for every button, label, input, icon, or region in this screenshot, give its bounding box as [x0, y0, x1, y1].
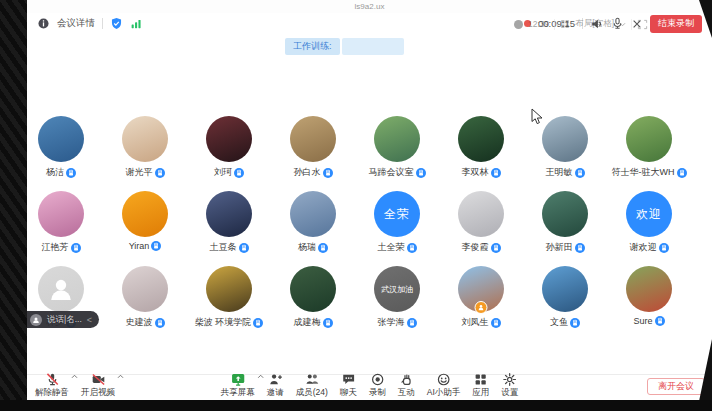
view-controls-bar: 12:39 布局[宫格]: [514, 18, 648, 30]
participant-name: 杨瑞: [298, 241, 316, 254]
participant-tile[interactable]: 王明敏: [523, 116, 607, 179]
toolbar-item-settings[interactable]: 设置: [495, 371, 524, 399]
toolbar-center: 共享屏幕邀请成员(24)聊天录制互动AI小助手应用设置: [215, 371, 525, 399]
participant-name: 孙白水: [294, 166, 321, 179]
unmute-label: 解除静音: [35, 387, 69, 399]
participant-tile[interactable]: 符士华-驻大WH: [607, 116, 691, 179]
participant-tile[interactable]: 杨瑞: [271, 191, 355, 254]
participant-tile[interactable]: 柴波 环境学院: [187, 266, 271, 329]
participant-name: Yiran: [129, 241, 150, 251]
participant-name: 符士华-驻大WH: [612, 166, 675, 179]
raised-hand-badge-icon: [318, 243, 328, 253]
avatar: [458, 191, 504, 237]
participant-tile[interactable]: 李俊霞: [439, 191, 523, 254]
avatar-text: 全荣: [384, 206, 410, 223]
toolbar-item-label: 录制: [369, 387, 386, 399]
toolbar-item-members[interactable]: 成员(24): [290, 371, 334, 399]
participant-name: 史建波: [126, 316, 153, 329]
participant-tile[interactable]: 刘凤生: [439, 266, 523, 329]
banner-tab-left[interactable]: 工作训练:: [285, 38, 340, 55]
raised-hand-badge-icon: [491, 168, 501, 178]
chevron-up-icon[interactable]: [117, 374, 124, 379]
participant-tile[interactable]: 武汉加油张学海: [355, 266, 439, 329]
participant-tile[interactable]: 全荣土全荣: [355, 191, 439, 254]
avatar: [38, 191, 84, 237]
speaking-text: 说话|名...: [47, 314, 82, 326]
layout-selector[interactable]: 布局[宫格]: [575, 18, 614, 30]
shield-check-icon[interactable]: [110, 17, 123, 30]
end-recording-button[interactable]: 结束录制: [650, 15, 702, 33]
toolbar-item-share-screen[interactable]: 共享屏幕: [215, 371, 261, 399]
speaker-avatar-icon: [30, 314, 42, 326]
meeting-info-link[interactable]: 会议详情: [57, 17, 95, 30]
avatar: [290, 116, 336, 162]
participant-tile[interactable]: 孙白水: [271, 116, 355, 179]
toolbar-item-label: 邀请: [267, 387, 284, 399]
leave-meeting-button[interactable]: 离开会议: [647, 378, 705, 395]
avatar-text: 欢迎: [636, 206, 662, 223]
participant-tile[interactable]: 欢迎谢欢迎: [607, 191, 691, 254]
info-icon[interactable]: [37, 17, 50, 30]
avatar: [206, 191, 252, 237]
fullscreen-icon[interactable]: [637, 19, 648, 30]
participant-tile[interactable]: 李双林: [439, 116, 523, 179]
raised-hand-badge-icon: [407, 318, 417, 328]
participant-name: 土全荣: [378, 241, 405, 254]
participant-name: Sure: [633, 316, 652, 326]
raised-hand-badge-icon: [323, 318, 333, 328]
toolbar-item-label: 互动: [398, 387, 415, 399]
participant-name: 王明敏: [546, 166, 573, 179]
avatar: [38, 116, 84, 162]
participant-tile[interactable]: 文鱼: [523, 266, 607, 329]
start-video-button[interactable]: 开启视频: [75, 371, 121, 399]
participant-tile[interactable]: 江艳芳: [19, 191, 103, 254]
toolbar-item-apps[interactable]: 应用: [466, 371, 495, 399]
participant-tile[interactable]: 谢光平: [103, 116, 187, 179]
host-badge-icon: [475, 301, 488, 314]
raised-hand-badge-icon: [253, 318, 263, 328]
participant-tile[interactable]: 史建波: [103, 266, 187, 329]
toolbar-item-invite[interactable]: 邀请: [261, 371, 290, 399]
participant-name: 李俊霞: [462, 241, 489, 254]
participant-tile[interactable]: 杨洁: [19, 116, 103, 179]
raised-hand-badge-icon: [575, 243, 585, 253]
toolbar-item-ai-assistant[interactable]: AI小助手: [421, 371, 467, 399]
avatar: [206, 266, 252, 312]
settings-icon: [502, 372, 517, 387]
participant-name: 柴波 环境学院: [195, 316, 252, 329]
unmute-button[interactable]: 解除静音: [29, 371, 75, 399]
toolbar-item-interact[interactable]: 互动: [392, 371, 421, 399]
participant-tile[interactable]: 土豆条: [187, 191, 271, 254]
participant-tile[interactable]: 马蹄会议室: [355, 116, 439, 179]
raised-hand-badge-icon: [491, 243, 501, 253]
toolbar-item-label: AI小助手: [427, 387, 461, 399]
chevron-down-icon[interactable]: [619, 22, 626, 27]
meeting-window: ls9a2.ux 会议详情 00:09:15: [27, 0, 712, 400]
banner-tab-right[interactable]: [342, 38, 404, 55]
invite-icon: [268, 372, 283, 387]
layout-grid-icon[interactable]: [560, 19, 570, 29]
person-placeholder-icon: [38, 266, 84, 312]
toolbar-item-chat[interactable]: 聊天: [334, 371, 363, 399]
participant-tile[interactable]: Yiran: [103, 191, 187, 254]
toolbar-item-record[interactable]: 录制: [363, 371, 392, 399]
muted-camera-icon: [91, 372, 106, 387]
avatar: [542, 191, 588, 237]
mouse-cursor: [531, 108, 543, 125]
raised-hand-badge-icon: [71, 243, 81, 253]
raised-hand-badge-icon: [155, 168, 165, 178]
participant-name: 杨洁: [46, 166, 64, 179]
collapse-arrow[interactable]: <: [87, 315, 92, 325]
toolbar-item-label: 共享屏幕: [221, 387, 255, 399]
participant-tile[interactable]: 成建梅: [271, 266, 355, 329]
window-title: ls9a2.ux: [27, 0, 712, 13]
participant-tile[interactable]: 孙新田: [523, 191, 607, 254]
members-icon: [304, 372, 320, 387]
signal-icon[interactable]: [130, 17, 143, 30]
divider: [102, 18, 103, 29]
participant-tile[interactable]: Sure: [607, 266, 691, 329]
avatar: [290, 191, 336, 237]
avatar: [542, 116, 588, 162]
participant-tile[interactable]: 刘珂: [187, 116, 271, 179]
raised-hand-badge-icon: [416, 168, 426, 178]
